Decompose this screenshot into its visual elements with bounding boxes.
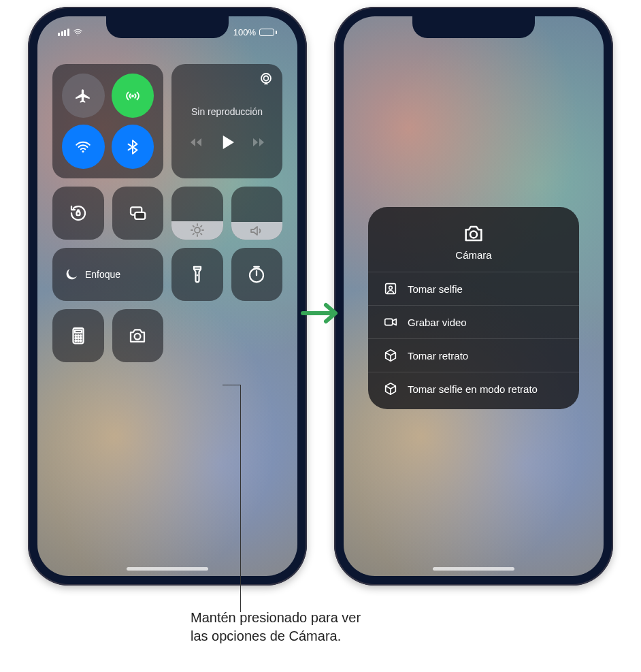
figure-stage: 100% [0,0,641,613]
callout-text: Mantén presionado para ver las opciones … [191,609,361,645]
airplay-icon[interactable] [258,71,274,87]
svg-point-19 [78,340,79,342]
cellular-icon [124,87,142,105]
control-center-grid: Sin reproducción [52,64,282,362]
bluetooth-icon [124,138,142,156]
timer-button[interactable] [231,248,283,301]
camera-menu-title: Cámara [368,249,579,261]
svg-point-24 [389,286,393,289]
menu-item-label: Tomar retrato [408,350,468,362]
home-indicator[interactable] [127,567,208,571]
moon-icon [63,266,80,283]
menu-item-take-portrait-selfie[interactable]: Tomar selfie en modo retrato [368,372,579,405]
svg-point-14 [80,335,82,336]
volume-slider[interactable] [231,187,283,240]
svg-point-3 [264,76,269,81]
brightness-slider[interactable] [171,187,223,240]
brightness-icon [189,222,206,238]
calculator-icon [68,325,88,346]
svg-point-7 [195,227,200,233]
menu-item-label: Tomar selfie en modo retrato [408,383,538,395]
screen-mirroring-button[interactable] [112,187,164,240]
svg-rect-6 [135,212,146,219]
flashlight-icon [187,264,208,285]
now-playing-label: Sin reproducción [181,106,273,117]
media-tile[interactable]: Sin reproducción [171,64,282,178]
home-indicator[interactable] [433,567,514,571]
screen-mirroring-icon [127,203,148,223]
camera-button[interactable] [112,309,164,362]
svg-point-16 [78,338,79,339]
camera-quick-actions-menu: Cámara Tomar selfie Grabar video Tomar r… [368,207,579,409]
rotation-lock-button[interactable] [52,187,104,240]
svg-rect-11 [75,330,82,333]
svg-point-20 [80,340,82,342]
svg-point-1 [82,150,84,152]
svg-point-8 [197,274,199,276]
phone-right: Cámara Tomar selfie Grabar video Tomar r… [334,7,613,586]
svg-point-13 [78,335,79,336]
airplane-mode-toggle[interactable] [62,74,105,118]
connectivity-group[interactable] [52,64,163,178]
svg-point-17 [80,338,82,339]
screen-control-center: 100% [37,16,297,576]
selfie-icon [383,281,398,296]
camera-icon [127,325,148,346]
callout-line-1: Mantén presionado para ver [191,610,361,625]
callout-leader-line [240,385,241,612]
callout-line-2: las opciones de Cámara. [191,628,341,643]
svg-point-0 [131,95,134,97]
phone-left: 100% [28,7,307,586]
menu-item-label: Tomar selfie [408,283,463,295]
timer-icon [246,264,267,285]
bluetooth-toggle[interactable] [112,125,154,169]
wifi-icon [74,138,92,156]
calculator-button[interactable] [52,309,104,362]
play-icon[interactable] [217,132,237,153]
svg-point-2 [261,74,271,83]
volume-icon [248,223,265,239]
menu-item-take-portrait[interactable]: Tomar retrato [368,338,579,372]
svg-point-12 [75,335,76,336]
battery-percent: 100% [233,27,256,37]
menu-item-take-selfie[interactable]: Tomar selfie [368,272,579,305]
notch [106,16,229,38]
svg-point-21 [135,334,141,340]
wifi-icon [73,27,83,37]
menu-item-record-video[interactable]: Grabar video [368,305,579,338]
svg-rect-23 [386,284,396,294]
airplane-icon [74,87,92,105]
rewind-icon[interactable] [188,134,204,150]
camera-icon [462,222,485,245]
cube-icon [383,381,398,396]
rotation-lock-icon [68,203,88,223]
cellular-toggle[interactable] [112,74,154,118]
arrow-icon [300,300,341,327]
battery-icon [259,29,277,36]
svg-point-18 [75,340,76,342]
svg-point-15 [75,338,76,339]
focus-label: Enfoque [85,269,120,280]
cube-icon [383,348,398,363]
svg-point-22 [470,231,477,238]
forward-icon[interactable] [250,134,267,150]
flashlight-button[interactable] [171,248,223,301]
svg-rect-25 [385,319,393,325]
signal-bars-icon [58,29,69,36]
focus-button[interactable]: Enfoque [52,248,163,301]
screen-camera-menu: Cámara Tomar selfie Grabar video Tomar r… [344,16,604,576]
wifi-toggle[interactable] [62,125,105,169]
video-icon [383,315,398,330]
menu-item-label: Grabar video [408,317,467,328]
notch [412,16,535,38]
